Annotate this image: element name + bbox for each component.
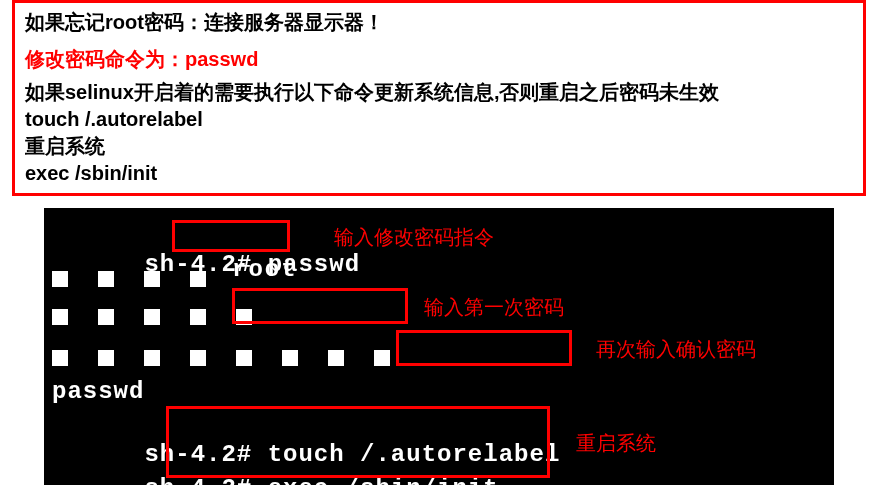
highlight-reboot-commands xyxy=(166,406,550,478)
annotation-passwd: 输入修改密码指令 xyxy=(334,224,494,251)
annotation-first-password: 输入第一次密码 xyxy=(424,294,564,321)
annotation-confirm-password: 再次输入确认密码 xyxy=(596,336,756,363)
highlight-confirm-password xyxy=(396,330,572,366)
instruction-line-exec: exec /sbin/init xyxy=(25,162,853,185)
terminal-root-label: root xyxy=(232,256,298,283)
highlight-first-password xyxy=(232,288,408,324)
annotation-reboot: 重启系统 xyxy=(576,430,656,457)
instruction-line-selinux: 如果selinux开启着的需要执行以下命令更新系统信息,否则重启之后密码未生效 xyxy=(25,79,853,106)
terminal-content: sh-4.2# passwd 输入修改密码指令 root 输入第一次密码 再次输… xyxy=(44,208,834,485)
terminal-screenshot: sh-4.2# passwd 输入修改密码指令 root 输入第一次密码 再次输… xyxy=(44,208,834,485)
hidden-input-row-1 xyxy=(52,265,236,292)
instruction-line-passwd-cmd: 修改密码命令为：passwd xyxy=(25,46,853,73)
instruction-box: 如果忘记root密码：连接服务器显示器！ 修改密码命令为：passwd 如果se… xyxy=(12,0,866,196)
highlight-passwd-cmd xyxy=(172,220,290,252)
instruction-line-forgot-root: 如果忘记root密码：连接服务器显示器！ xyxy=(25,9,853,36)
hidden-input-row-3 xyxy=(52,344,420,371)
terminal-line-passwd-result: passwd xyxy=(52,378,144,405)
instruction-line-touch: touch /.autorelabel xyxy=(25,108,853,131)
instruction-line-reboot: 重启系统 xyxy=(25,133,853,160)
